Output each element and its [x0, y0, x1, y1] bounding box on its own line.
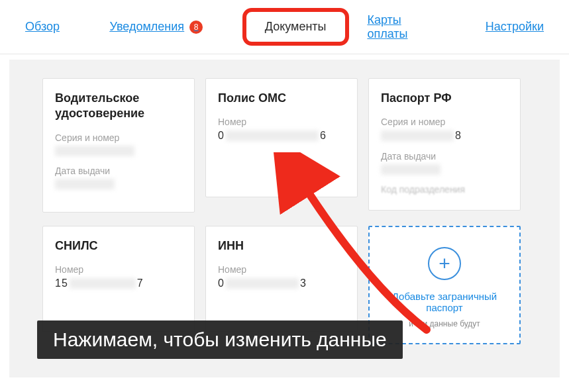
- notifications-badge: 8: [189, 21, 203, 34]
- nav-overview[interactable]: Обзор: [25, 20, 60, 34]
- nav-tabs: Обзор Уведомления 8 Документы Карты опла…: [0, 0, 569, 54]
- field-label: Дата выдачи: [55, 166, 182, 176]
- nav-payment-cards[interactable]: Карты оплаты: [367, 13, 444, 41]
- card-title: Полис ОМС: [218, 91, 345, 106]
- field-value: xxxx: [55, 146, 182, 156]
- field-value: 0x3: [218, 277, 345, 289]
- field-value: x8: [381, 130, 508, 142]
- field-label: Номер: [55, 264, 182, 275]
- card-passport-rf[interactable]: Паспорт РФ Серия и номер x8 Дата выдачи …: [368, 78, 521, 211]
- document-cards-grid: Водительское удостоверение Серия и номер…: [42, 78, 540, 344]
- field-label: Номер: [218, 117, 345, 127]
- nav-documents[interactable]: Документы: [242, 8, 349, 46]
- field-value: xxxx: [55, 179, 182, 189]
- card-oms[interactable]: Полис ОМС Номер 0x6: [205, 78, 358, 197]
- field-value: xxxx: [381, 164, 508, 175]
- field-label: Серия и номер: [55, 132, 182, 143]
- card-title: Водительское удостоверение: [55, 91, 182, 122]
- card-inn[interactable]: ИНН Номер 0x3: [205, 226, 358, 332]
- plus-icon: +: [428, 247, 461, 280]
- field-label: Код подразделения: [381, 184, 508, 195]
- card-title: ИНН: [218, 238, 345, 254]
- instruction-caption: Нажимаем, чтобы изменить данные: [37, 320, 403, 359]
- card-title: СНИЛС: [55, 238, 182, 254]
- nav-settings[interactable]: Настройки: [486, 20, 544, 34]
- card-title: Паспорт РФ: [381, 91, 508, 106]
- field-label: Дата выдачи: [381, 151, 508, 162]
- field-label: Серия и номер: [381, 117, 508, 127]
- main-panel: Водительское удостоверение Серия и номер…: [9, 60, 560, 377]
- nav-notifications[interactable]: Уведомления 8: [110, 20, 203, 34]
- field-label: Номер: [218, 264, 345, 275]
- add-card-title: Добавьте заграничный паспорт: [379, 291, 510, 313]
- field-value: 15x7: [55, 277, 182, 289]
- field-value: 0x6: [218, 130, 345, 142]
- add-card-subtitle: и эти данные будут: [409, 318, 480, 330]
- card-driver-license[interactable]: Водительское удостоверение Серия и номер…: [42, 78, 195, 213]
- card-snils[interactable]: СНИЛС Номер 15x7: [42, 226, 195, 332]
- nav-notifications-label: Уведомления: [110, 20, 185, 34]
